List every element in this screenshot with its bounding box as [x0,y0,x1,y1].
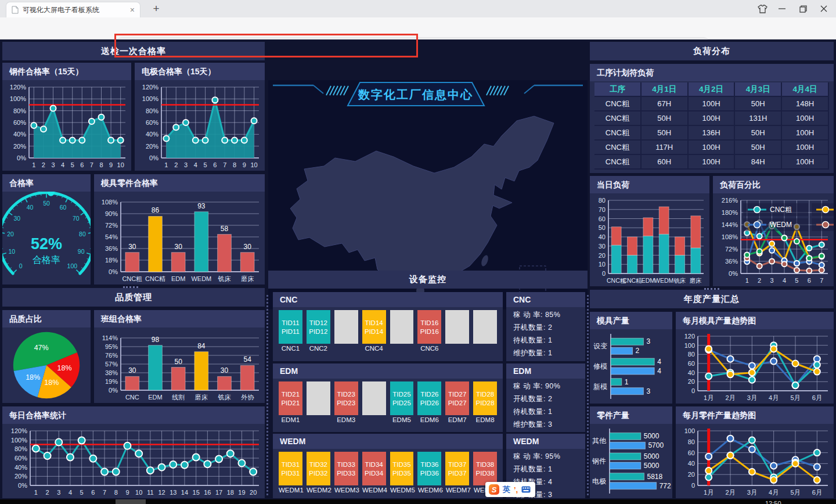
machine-tile[interactable]: TID28PID28 [473,381,497,415]
svg-text:3: 3 [646,387,650,395]
svg-text:52%: 52% [31,235,62,253]
page-icon [12,6,19,14]
machine-tile[interactable] [334,310,358,344]
machine-label [362,416,386,423]
svg-text:0%: 0% [109,268,118,275]
machine-tile[interactable]: TID27PID27 [445,381,469,415]
new-tab-button[interactable]: + [149,1,164,16]
machine-tile[interactable] [390,310,414,344]
machine-tile[interactable]: TID36PID36 [417,452,441,485]
restore-button[interactable] [792,0,813,17]
ime-keyboard-icon[interactable] [521,486,531,493]
banner-frame: 数字化工厂信息中心 [268,80,588,108]
svg-text:120%: 120% [11,427,27,434]
machine-tile[interactable]: TID14PID14 [362,310,386,344]
section-quality: 品质管理 [2,288,265,307]
svg-text:3月: 3月 [747,394,757,401]
svg-text:30: 30 [174,243,182,251]
minimize-button[interactable] [772,0,792,17]
panel-part-output: 零件产量 其他50005700钢件50005000电极5818772 [590,406,672,498]
machine-tile[interactable] [445,310,469,344]
sogou-logo-icon[interactable]: S [489,484,499,495]
splitter-left[interactable] [266,295,268,495]
browser-tab[interactable]: 可视化大屏电子看板系统 × [6,2,140,17]
tile-tid: TID33 [337,461,355,468]
machine-tile[interactable] [362,381,386,415]
panel-pass-rate-gauge: 合格率 010203040506070809010052%合格率 [2,174,91,285]
machine-tile[interactable] [307,381,330,415]
svg-text:5: 5 [71,161,74,168]
machine-label: WEDM1 [279,487,302,494]
svg-text:8: 8 [233,161,236,168]
machine-tile[interactable]: TID11PID11 [279,310,302,344]
svg-text:10: 10 [9,248,16,255]
tile-pid: PID21 [281,399,300,406]
ime-toolbar[interactable]: S 英 ’, [485,482,535,497]
panel-title: 品质占比 [2,310,91,327]
svg-text:钢件: 钢件 [592,457,606,465]
taskbar-app-button[interactable] [116,499,146,504]
tab-close-icon[interactable]: × [130,5,135,15]
svg-text:0%: 0% [18,482,27,489]
ime-mode-button[interactable]: 英 [503,484,510,495]
panel-title: 当日负荷 [590,176,709,193]
svg-text:4: 4 [657,358,661,366]
windows-taskbar[interactable]: 12:50 [0,499,836,504]
machine-tile[interactable]: TID16PID16 [417,310,441,344]
svg-text:电极: 电极 [592,477,606,485]
dashboard: 送检一次合格率 钢件合格率（15天） 0%20%40%60%80%100%120… [0,39,836,499]
svg-text:18%: 18% [26,373,40,381]
svg-text:60: 60 [60,204,67,211]
machine-label: EDM7 [445,416,469,423]
machine-tile[interactable]: TID31PID31 [279,452,302,485]
quality-share-pie-chart: 47%18%18%18% [2,327,91,403]
svg-text:3: 3 [51,161,55,168]
panel-load-percent: 负荷百分比 0%36%72%108%144%180%216%1234567CNC… [713,176,834,286]
equipment-stat: 维护数量: 3 [506,417,585,430]
svg-text:3月: 3月 [747,489,757,496]
machine-label: EDM6 [417,416,441,423]
tile-tid: TID36 [420,461,438,468]
svg-text:CNC: CNC [125,394,139,401]
machine-tile[interactable]: TID35PID35 [390,452,414,485]
machine-tile[interactable]: TID37PID37 [445,452,469,485]
svg-text:60: 60 [599,215,606,222]
tile-tid: TID34 [365,461,383,468]
machine-tile[interactable]: TID34PID34 [362,452,386,485]
svg-text:3: 3 [57,489,60,496]
machine-tile[interactable]: TID33PID33 [334,452,358,485]
machine-tile[interactable]: TID26PID26 [417,381,441,415]
svg-text:30: 30 [13,215,20,222]
svg-text:18%: 18% [57,364,72,372]
svg-text:CNC粗: CNC粗 [122,275,142,282]
svg-text:38%: 38% [105,369,118,376]
machine-tile[interactable]: TID12PID12 [307,310,330,344]
machine-tile[interactable]: TID38PID38 [473,452,497,485]
svg-text:1: 1 [625,378,629,386]
svg-text:6月: 6月 [812,489,822,496]
machine-tile[interactable] [473,310,497,344]
svg-text:6: 6 [808,277,811,284]
browser-skin-icon[interactable] [752,0,773,17]
svg-text:5000: 5000 [644,452,660,460]
tile-tid: TID26 [420,391,438,398]
svg-text:100%: 100% [11,437,27,444]
machine-tile[interactable]: TID25PID25 [390,381,414,415]
part-trend-line-chart: 0204060801001月2月3月4月5月6月 [676,424,834,498]
machine-tile[interactable]: TID23PID23 [334,381,358,415]
svg-text:80%: 80% [146,107,158,114]
splitter-right[interactable] [587,295,589,495]
svg-text:外协: 外协 [241,394,254,401]
svg-text:86: 86 [152,206,160,214]
equipment-stat: 开机数量: 2 [506,391,585,404]
svg-text:新模: 新模 [593,383,607,391]
ime-punct-button[interactable]: ’, [514,485,518,494]
machine-tile[interactable]: TID32PID32 [307,452,330,485]
close-button[interactable] [813,0,834,17]
svg-text:40: 40 [688,460,695,467]
electrode-pass-rate-chart: 0%20%40%60%80%100%120%12345678910 [135,80,265,171]
machine-tile[interactable]: TID21PID21 [279,381,302,415]
svg-text:4: 4 [194,161,197,168]
svg-text:4月: 4月 [769,394,779,401]
svg-text:84: 84 [197,342,206,350]
